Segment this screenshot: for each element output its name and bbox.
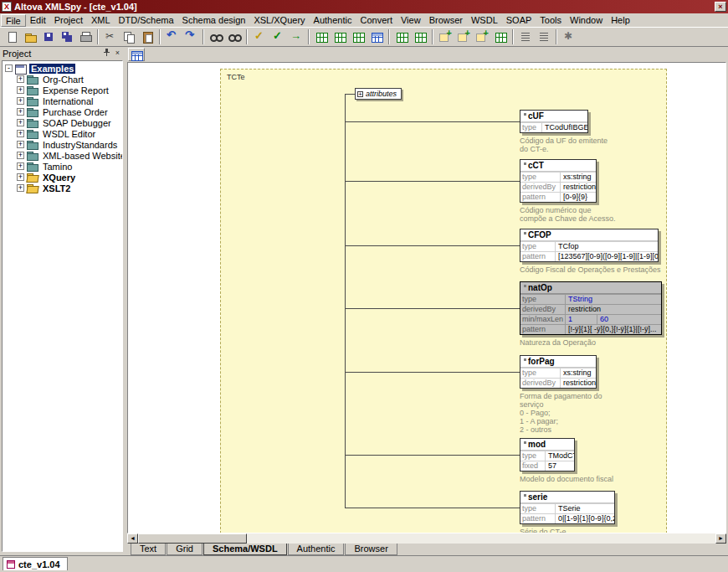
- tree-item-label[interactable]: WSDL Editor: [41, 129, 97, 139]
- pretty-print-button[interactable]: [516, 28, 535, 45]
- menu-item-tools[interactable]: Tools: [536, 14, 566, 27]
- grid-insert-row-button[interactable]: [312, 28, 331, 45]
- schema-settings-button[interactable]: [491, 28, 510, 45]
- menu-item-soap[interactable]: SOAP: [502, 14, 536, 27]
- grid-delete-row-button[interactable]: [349, 28, 367, 45]
- menu-item-xml[interactable]: XML: [87, 14, 115, 27]
- menu-item-project[interactable]: Project: [50, 14, 87, 27]
- menu-item-view[interactable]: View: [397, 14, 425, 27]
- schema-add-attribute-button[interactable]: [454, 28, 473, 45]
- check-wellformed-button[interactable]: [250, 28, 269, 45]
- print-button[interactable]: [76, 28, 95, 45]
- find-next-button[interactable]: [225, 28, 244, 45]
- close-button[interactable]: ×: [715, 2, 726, 12]
- validate-button[interactable]: [269, 28, 287, 45]
- tree-item-expense-report[interactable]: +Expense Report: [3, 85, 122, 95]
- menu-item-help[interactable]: Help: [607, 14, 634, 27]
- element-box-serie[interactable]: serietypeTSeriepattern0|[1-9]{1}[0-9]{0,…: [520, 491, 615, 524]
- tree-item-org-chart[interactable]: +Org-Chart: [3, 74, 122, 85]
- expand-icon[interactable]: +: [17, 119, 24, 126]
- schema-add-element-button[interactable]: [436, 28, 454, 45]
- undo-button[interactable]: [163, 28, 182, 45]
- view-tab-text[interactable]: Text: [131, 544, 166, 555]
- scrollbar-track[interactable]: [138, 533, 715, 544]
- tree-item-label[interactable]: XML-based Website: [41, 151, 123, 161]
- copy-button[interactable]: [120, 28, 138, 45]
- view-tab-browser[interactable]: Browser: [345, 544, 397, 555]
- tree-item-label[interactable]: Examples: [29, 64, 75, 74]
- menu-item-schema-design[interactable]: Schema design: [178, 14, 250, 27]
- grid-expand-button[interactable]: [392, 28, 411, 45]
- tree-item-label[interactable]: International: [41, 96, 95, 106]
- tree-item-label[interactable]: XQuery: [41, 173, 77, 183]
- xsl-transform-button[interactable]: [287, 28, 305, 45]
- menu-item-window[interactable]: Window: [566, 14, 607, 27]
- cut-button[interactable]: [101, 28, 120, 45]
- expand-icon[interactable]: +: [17, 97, 24, 105]
- element-box-natop[interactable]: natOptypeTStringderivedByrestrictionmin/…: [520, 281, 662, 335]
- expand-icon[interactable]: +: [17, 86, 24, 94]
- element-box-mod[interactable]: modtypeTModCTfixed57: [520, 438, 575, 472]
- save-all-button[interactable]: [58, 28, 76, 45]
- expand-icon[interactable]: +: [17, 75, 24, 83]
- schema-display-button[interactable]: [128, 48, 145, 61]
- schema-add-sequence-button[interactable]: [473, 28, 491, 45]
- expand-icon[interactable]: +: [17, 173, 24, 181]
- tree-item-label[interactable]: Expense Report: [41, 85, 110, 95]
- tree-item-xml-based-website[interactable]: +XML-based Website: [3, 150, 122, 161]
- expand-icon[interactable]: +: [17, 162, 24, 170]
- tree-item-label[interactable]: Org-Chart: [41, 75, 85, 85]
- menu-item-edit[interactable]: Edit: [26, 14, 50, 27]
- options-button[interactable]: [560, 28, 578, 45]
- element-box-cfop[interactable]: CFOPtypeTCfoppattern[123567][0-9]([0-9][…: [520, 229, 659, 262]
- expand-icon[interactable]: +: [17, 130, 24, 137]
- scrollbar-thumb[interactable]: [138, 533, 247, 544]
- menu-item-file[interactable]: File: [1, 14, 26, 27]
- expand-icon[interactable]: +: [17, 108, 24, 116]
- grid-insert-column-button[interactable]: [331, 28, 349, 45]
- paste-button[interactable]: [138, 28, 156, 45]
- menu-item-authentic[interactable]: Authentic: [310, 14, 356, 27]
- close-panel-icon[interactable]: ×: [112, 49, 123, 59]
- tree-item-wsdl-editor[interactable]: +WSDL Editor: [3, 128, 122, 139]
- attributes-expander[interactable]: + attributes: [355, 88, 402, 100]
- word-wrap-button[interactable]: [535, 28, 553, 45]
- tree-item-label[interactable]: SOAP Debugger: [41, 118, 113, 128]
- table-view-button[interactable]: [367, 28, 386, 45]
- tree-item-soap-debugger[interactable]: +SOAP Debugger: [3, 117, 122, 128]
- element-box-forpag[interactable]: forPagtypexs:stringderivedByrestriction: [520, 355, 597, 389]
- menu-item-dtd-schema[interactable]: DTD/Schema: [115, 14, 178, 27]
- view-tab-schema-wsdl[interactable]: Schema/WSDL: [203, 544, 287, 555]
- element-box-cuf[interactable]: cUFtypeTCodUfIBGE: [520, 110, 588, 133]
- tree-item-xslt2[interactable]: +XSLT2: [3, 183, 122, 193]
- scroll-right-icon[interactable]: ►: [715, 533, 726, 544]
- tree-item-label[interactable]: XSLT2: [41, 183, 72, 193]
- open-file-button[interactable]: [21, 28, 39, 45]
- tree-item-label[interactable]: Tamino: [41, 162, 74, 172]
- tree-item-industrystandards[interactable]: +IndustryStandards: [3, 139, 122, 150]
- document-tab-cte-v1-04[interactable]: cte_v1.04: [3, 557, 68, 570]
- tree-item-xquery[interactable]: +XQuery: [3, 172, 122, 183]
- scroll-left-icon[interactable]: ◄: [127, 533, 138, 544]
- tree-item-examples[interactable]: -Examples: [3, 63, 122, 74]
- menu-item-browser[interactable]: Browser: [425, 14, 467, 27]
- save-button[interactable]: [39, 28, 58, 45]
- view-tab-authentic[interactable]: Authentic: [288, 544, 345, 555]
- expand-icon[interactable]: +: [17, 184, 24, 192]
- menu-item-xsl-xquery[interactable]: XSL/XQuery: [249, 14, 309, 27]
- tree-item-label[interactable]: Purchase Order: [41, 107, 110, 117]
- expand-icon[interactable]: +: [17, 141, 24, 148]
- tree-item-label[interactable]: IndustryStandards: [41, 140, 119, 150]
- element-box-cct[interactable]: cCTtypexs:stringderivedByrestrictionpatt…: [520, 159, 597, 203]
- plus-icon[interactable]: +: [357, 91, 363, 97]
- tree-item-tamino[interactable]: +Tamino: [3, 161, 122, 172]
- collapse-icon[interactable]: -: [5, 64, 13, 72]
- menu-item-convert[interactable]: Convert: [356, 14, 397, 27]
- pin-icon[interactable]: [101, 49, 112, 59]
- find-button[interactable]: [207, 28, 225, 45]
- expand-icon[interactable]: +: [17, 152, 24, 159]
- menu-item-wsdl[interactable]: WSDL: [467, 14, 502, 27]
- view-tab-grid[interactable]: Grid: [167, 544, 203, 555]
- tree-item-purchase-order[interactable]: +Purchase Order: [3, 106, 122, 117]
- redo-button[interactable]: [182, 28, 200, 45]
